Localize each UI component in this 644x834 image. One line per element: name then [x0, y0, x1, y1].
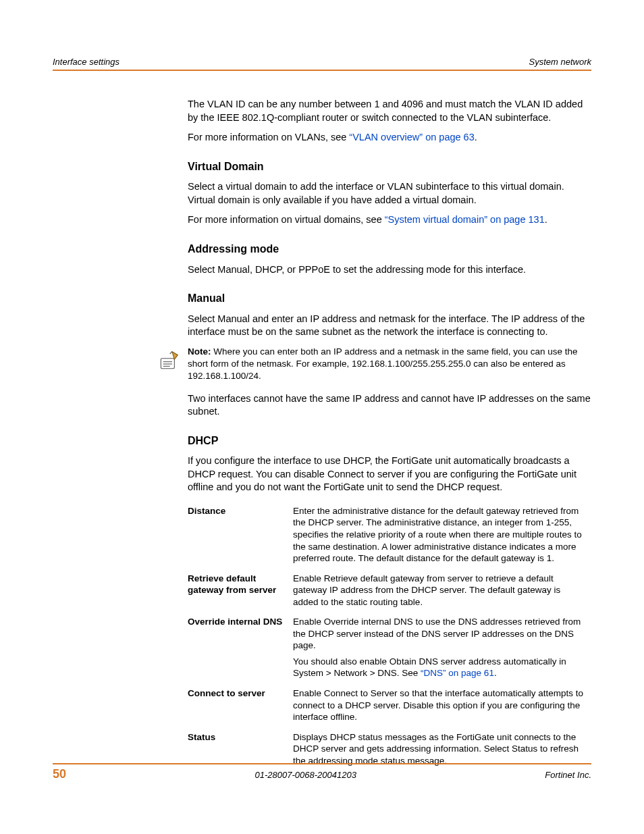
term-connect-to-server: Connect to server	[188, 683, 293, 727]
paragraph: For more information on virtual domains,…	[188, 213, 591, 227]
document-id: 01-28007-0068-20041203	[255, 770, 356, 780]
dhcp-options-table: Distance Enter the administrative distan…	[188, 501, 591, 771]
paragraph: Select Manual and enter an IP address an…	[188, 313, 591, 339]
table-row: Override internal DNS Enable Override in…	[188, 612, 591, 683]
paragraph: For more information on VLANs, see “VLAN…	[188, 131, 591, 145]
paragraph: Select Manual, DHCP, or PPPoE to set the…	[188, 263, 591, 277]
term-override-internal-dns: Override internal DNS	[188, 612, 293, 683]
running-header: Interface settings System network	[53, 57, 591, 71]
paragraph: The VLAN ID can be any number between 1 …	[188, 98, 591, 124]
paragraph: Select a virtual domain to add the inter…	[188, 180, 591, 207]
link-dns[interactable]: “DNS” on page 61	[421, 668, 494, 678]
header-left: Interface settings	[53, 57, 119, 67]
desc-retrieve-default-gateway: Enable Retrieve default gateway from ser…	[293, 569, 591, 613]
term-distance: Distance	[188, 501, 293, 569]
desc-distance: Enter the administrative distance for th…	[293, 501, 591, 569]
heading-addressing-mode: Addressing mode	[188, 242, 591, 257]
page-footer: 50 01-28007-0068-20041203 Fortinet Inc.	[53, 763, 591, 781]
header-right: System network	[529, 57, 591, 67]
heading-manual: Manual	[188, 291, 591, 306]
paragraph: If you configure the interface to use DH…	[188, 454, 591, 494]
term-retrieve-default-gateway: Retrieve default gateway from server	[188, 569, 293, 613]
table-row: Distance Enter the administrative distan…	[188, 501, 591, 569]
desc-override-internal-dns: Enable Override internal DNS to use the …	[293, 612, 591, 683]
page-number: 50	[53, 767, 66, 781]
paragraph: Two interfaces cannot have the same IP a…	[188, 392, 591, 419]
main-content: The VLAN ID can be any number between 1 …	[188, 98, 591, 771]
heading-dhcp: DHCP	[188, 434, 591, 448]
link-system-virtual-domain[interactable]: “System virtual domain” on page 131	[385, 214, 545, 225]
desc-connect-to-server: Enable Connect to Server so that the int…	[293, 683, 591, 727]
svg-rect-0	[161, 359, 174, 369]
note-text: Note: Where you can enter both an IP add…	[188, 346, 591, 383]
brand-name: Fortinet Inc.	[545, 770, 591, 780]
link-vlan-overview[interactable]: “VLAN overview” on page 63	[349, 132, 474, 142]
table-row: Retrieve default gateway from server Ena…	[188, 569, 591, 613]
svg-line-4	[170, 352, 172, 354]
heading-virtual-domain: Virtual Domain	[188, 159, 591, 174]
note-block: Note: Where you can enter both an IP add…	[155, 346, 591, 383]
table-row: Connect to server Enable Connect to Serv…	[188, 683, 591, 727]
note-icon	[155, 347, 184, 378]
